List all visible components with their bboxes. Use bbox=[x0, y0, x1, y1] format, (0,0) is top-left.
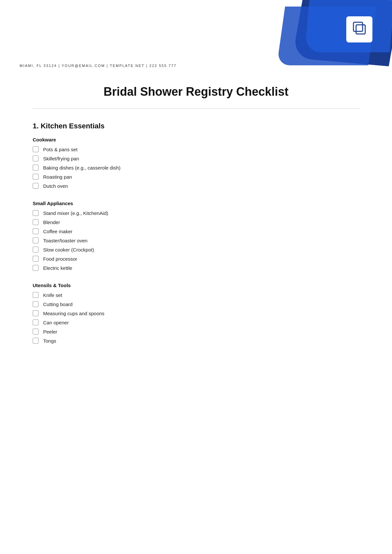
page-title: Bridal Shower Registry Checklist bbox=[33, 85, 359, 99]
item-label: Coffee maker bbox=[43, 229, 73, 234]
checkbox[interactable] bbox=[33, 174, 39, 180]
subsection-small-appliances: Small Appliances Stand mixer (e.g., Kitc… bbox=[33, 201, 359, 271]
checkbox[interactable] bbox=[33, 292, 39, 298]
list-item: Coffee maker bbox=[33, 228, 359, 234]
item-label: Baking dishes (e.g., casserole dish) bbox=[43, 165, 121, 171]
list-item: Cutting board bbox=[33, 301, 359, 307]
item-label: Food processor bbox=[43, 256, 77, 262]
checkbox[interactable] bbox=[33, 329, 39, 334]
svg-rect-0 bbox=[353, 22, 363, 31]
item-label: Stand mixer (e.g., KitchenAid) bbox=[43, 210, 108, 216]
item-label: Roasting pan bbox=[43, 174, 72, 180]
checkbox[interactable] bbox=[33, 165, 39, 171]
item-label: Dutch oven bbox=[43, 183, 68, 189]
item-label: Slow cooker (Crockpot) bbox=[43, 247, 94, 253]
list-item: Roasting pan bbox=[33, 174, 359, 180]
checklist-cookware: Pots & pans set Skillet/frying pan Bakin… bbox=[33, 146, 359, 189]
checkbox[interactable] bbox=[33, 319, 39, 325]
list-item: Dutch oven bbox=[33, 183, 359, 189]
contact-bar: MIAMI, FL 33124 | YOUR@EMAIL.COM | TEMPL… bbox=[20, 64, 372, 68]
checkbox[interactable] bbox=[33, 265, 39, 271]
checkbox[interactable] bbox=[33, 301, 39, 307]
item-label: Tongs bbox=[43, 338, 56, 344]
item-label: Peeler bbox=[43, 329, 57, 334]
item-label: Pots & pans set bbox=[43, 147, 77, 152]
item-label: Measuring cups and spoons bbox=[43, 311, 105, 316]
checkbox[interactable] bbox=[33, 210, 39, 216]
item-label: Can opener bbox=[43, 320, 69, 325]
logo-box bbox=[346, 16, 372, 42]
checklist-appliances: Stand mixer (e.g., KitchenAid) Blender C… bbox=[33, 210, 359, 271]
logo-icon bbox=[352, 21, 367, 38]
svg-rect-1 bbox=[356, 25, 365, 34]
section-title-kitchen: 1. Kitchen Essentials bbox=[33, 122, 359, 130]
checkbox[interactable] bbox=[33, 338, 39, 344]
list-item: Blender bbox=[33, 219, 359, 225]
subsection-cookware: Cookware Pots & pans set Skillet/frying … bbox=[33, 137, 359, 189]
list-item: Electric kettle bbox=[33, 265, 359, 271]
list-item: Knife set bbox=[33, 292, 359, 298]
checkbox[interactable] bbox=[33, 219, 39, 225]
list-item: Food processor bbox=[33, 256, 359, 262]
contact-text: MIAMI, FL 33124 | YOUR@EMAIL.COM | TEMPL… bbox=[20, 64, 176, 68]
checkbox[interactable] bbox=[33, 256, 39, 262]
checkbox[interactable] bbox=[33, 155, 39, 161]
item-label: Skillet/frying pan bbox=[43, 156, 79, 161]
subsection-title-cookware: Cookware bbox=[33, 137, 359, 142]
checkbox[interactable] bbox=[33, 146, 39, 152]
item-label: Knife set bbox=[43, 292, 62, 298]
list-item: Measuring cups and spoons bbox=[33, 310, 359, 316]
list-item: Skillet/frying pan bbox=[33, 155, 359, 161]
list-item: Pots & pans set bbox=[33, 146, 359, 152]
item-label: Blender bbox=[43, 220, 60, 225]
list-item: Slow cooker (Crockpot) bbox=[33, 247, 359, 253]
checkbox[interactable] bbox=[33, 228, 39, 234]
item-label: Toaster/toaster oven bbox=[43, 238, 88, 243]
subsection-title-appliances: Small Appliances bbox=[33, 201, 359, 206]
list-item: Toaster/toaster oven bbox=[33, 237, 359, 243]
item-label: Electric kettle bbox=[43, 265, 72, 271]
divider bbox=[33, 108, 359, 109]
checkbox[interactable] bbox=[33, 247, 39, 253]
item-label: Cutting board bbox=[43, 301, 73, 307]
section-kitchen-essentials: 1. Kitchen Essentials Cookware Pots & pa… bbox=[33, 122, 359, 344]
list-item: Baking dishes (e.g., casserole dish) bbox=[33, 165, 359, 171]
subsection-utensils-tools: Utensils & Tools Knife set Cutting board… bbox=[33, 283, 359, 344]
checkbox[interactable] bbox=[33, 310, 39, 316]
list-item: Stand mixer (e.g., KitchenAid) bbox=[33, 210, 359, 216]
checkbox[interactable] bbox=[33, 183, 39, 189]
list-item: Peeler bbox=[33, 329, 359, 334]
list-item: Tongs bbox=[33, 338, 359, 344]
subsection-title-utensils: Utensils & Tools bbox=[33, 283, 359, 288]
checkbox[interactable] bbox=[33, 237, 39, 243]
list-item: Can opener bbox=[33, 319, 359, 325]
checklist-utensils: Knife set Cutting board Measuring cups a… bbox=[33, 292, 359, 344]
